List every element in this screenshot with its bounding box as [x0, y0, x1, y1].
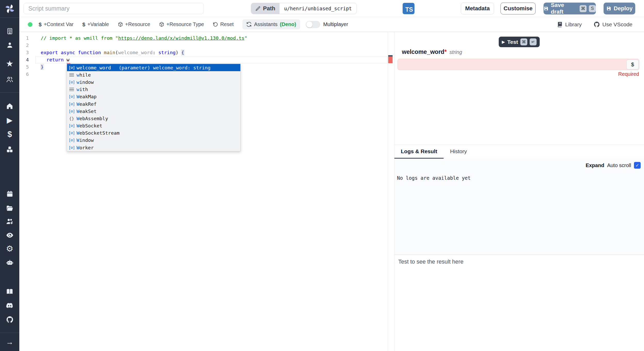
- library-button[interactable]: Library: [557, 21, 582, 28]
- sidebar-nav-home[interactable]: [0, 102, 19, 110]
- use-vscode-label: Use VScode: [602, 21, 632, 28]
- dollar-icon: $: [39, 21, 42, 28]
- symbol-variable-icon: [⊘]: [68, 80, 75, 85]
- add-resource-button[interactable]: +Resource: [118, 21, 150, 27]
- sidebar-expand[interactable]: →: [0, 338, 19, 346]
- sidebar-nav-schedules[interactable]: [0, 190, 19, 198]
- suggest-item[interactable]: [⊘]WeakMap: [67, 93, 240, 100]
- windmill-script-editor: ★ ▶ $: [0, 0, 644, 351]
- dollar-icon: $: [631, 61, 634, 68]
- argument-name: welcome_word: [402, 48, 444, 55]
- tab-logs-result[interactable]: Logs & Result: [394, 145, 444, 159]
- deploy-button[interactable]: Deploy: [604, 3, 635, 14]
- kbd-cmd: ⌘: [520, 38, 527, 45]
- sidebar-nav-groups[interactable]: [0, 217, 19, 226]
- path-button[interactable]: Path: [251, 3, 279, 14]
- code-line[interactable]: export async function main(welcome_word:…: [41, 49, 386, 56]
- add-resource-type-button[interactable]: +Resource Type: [159, 21, 204, 27]
- suggest-item[interactable]: [⊘]Worker: [67, 144, 240, 151]
- sidebar-nav-user[interactable]: [0, 41, 19, 50]
- result-tabs: Logs & Result History: [394, 145, 644, 159]
- sidebar-nav-resources[interactable]: [0, 145, 19, 154]
- sidebar-nav-github[interactable]: [0, 315, 19, 324]
- code-line[interactable]: return w: [41, 56, 386, 63]
- multiplayer-toggle[interactable]: [306, 21, 320, 28]
- sidebar-nav-workers[interactable]: [0, 258, 19, 267]
- suggest-item[interactable]: [⊘]WeakSet: [67, 108, 240, 115]
- package-icon: [118, 22, 123, 27]
- line-number: 6: [19, 71, 29, 78]
- symbol-variable-icon: [⊘]: [68, 102, 75, 107]
- symbol-keyword-icon: [68, 73, 75, 77]
- script-path-value[interactable]: u/henri/unbiased_script: [279, 3, 357, 14]
- symbol-variable-icon: [⊘]: [68, 130, 75, 135]
- use-vscode-button[interactable]: Use VScode: [594, 21, 632, 28]
- sidebar-nav-discord[interactable]: [0, 301, 19, 310]
- rotate-ccw-icon: [213, 22, 218, 27]
- code-editor[interactable]: 123456 // import * as wmill from "https:…: [19, 32, 394, 351]
- symbol-variable-icon: [⊘]: [68, 109, 75, 114]
- insert-variable-button[interactable]: $: [626, 60, 639, 69]
- customise-button[interactable]: Customise: [501, 3, 536, 14]
- add-variable-button[interactable]: $ +Variable: [82, 21, 109, 28]
- argument-input[interactable]: [397, 59, 639, 70]
- expand-button[interactable]: Expand: [586, 162, 604, 168]
- sidebar-nav-runs[interactable]: ▶: [0, 116, 19, 125]
- home-icon: [6, 102, 13, 110]
- add-context-var-button[interactable]: $ +Context Var: [39, 21, 74, 28]
- suggest-item[interactable]: [⊘]window: [67, 78, 240, 86]
- suggest-item[interactable]: [⊘]WeakRef: [67, 100, 240, 108]
- line-number: 4: [19, 56, 29, 63]
- metadata-button[interactable]: Metadata: [461, 3, 494, 14]
- play-icon: ▶: [502, 40, 505, 44]
- sidebar-nav-docs[interactable]: [0, 287, 19, 296]
- argument-header: welcome_word * string: [402, 48, 462, 55]
- autoscroll-checkbox[interactable]: ✓: [634, 162, 641, 169]
- check-icon: ✓: [635, 163, 639, 168]
- suggest-item[interactable]: with: [67, 86, 240, 93]
- tab-history[interactable]: History: [444, 145, 473, 159]
- sidebar-nav-workspace[interactable]: [0, 27, 19, 36]
- refresh-icon: [246, 22, 252, 27]
- assistants-label: Assistants: [254, 21, 277, 27]
- suggest-item[interactable]: [⊘]Window: [67, 137, 240, 144]
- suggest-item[interactable]: [⊘]WebSocketStream: [67, 129, 240, 137]
- suggest-item[interactable]: {}WebAssembly: [67, 115, 240, 122]
- autocomplete-popup: [⊘]welcome_word(parameter) welcome_word:…: [67, 64, 241, 151]
- suggest-item[interactable]: [⊘]WebSocket: [67, 122, 240, 129]
- github-icon: [6, 316, 14, 323]
- symbol-variable-icon: [⊘]: [68, 145, 75, 150]
- save-draft-button[interactable]: Save draft ⌘ S: [544, 3, 596, 14]
- reset-button[interactable]: Reset: [213, 21, 234, 27]
- symbol-variable-icon: [⊘]: [68, 94, 75, 99]
- deploy-label: Deploy: [614, 5, 632, 12]
- windmill-logo[interactable]: [0, 2, 19, 15]
- reset-label: Reset: [220, 21, 234, 27]
- left-sidebar: ★ ▶ $: [0, 0, 19, 351]
- sidebar-nav-audit-logs[interactable]: [0, 231, 19, 240]
- dollar-icon: $: [82, 21, 86, 28]
- kbd-cmd: ⌘: [580, 5, 587, 12]
- symbol-keyword-icon: [68, 88, 75, 91]
- code-line[interactable]: [41, 42, 386, 49]
- sidebar-nav-folders[interactable]: [0, 204, 19, 213]
- sidebar-nav-community[interactable]: [0, 75, 19, 84]
- test-button[interactable]: ▶ Test ⌘ ↵: [499, 37, 540, 47]
- test-panel: ▶ Test ⌘ ↵ welcome_word * string $ Requi…: [394, 32, 644, 351]
- user-icon: [6, 42, 13, 49]
- path-label: Path: [263, 5, 275, 12]
- symbol-variable-icon: [⊘]: [68, 65, 75, 70]
- boxes-icon: [6, 146, 13, 153]
- sidebar-nav-settings[interactable]: ⚙: [0, 244, 19, 253]
- code-line[interactable]: // import * as wmill from "https://deno.…: [41, 35, 386, 42]
- folder-open-icon: [6, 205, 13, 212]
- script-summary-input[interactable]: [23, 3, 204, 14]
- suggest-item[interactable]: while: [67, 71, 240, 78]
- sidebar-nav-favorites[interactable]: ★: [0, 59, 19, 68]
- assistants-button[interactable]: Assistants (Deno): [242, 19, 300, 29]
- sidebar-nav-variables[interactable]: $: [0, 130, 19, 139]
- top-bar: Path u/henri/unbiased_script TS Metadata…: [19, 0, 644, 17]
- overview-ruler-border: [388, 32, 388, 351]
- deploy-save-icon: [606, 6, 611, 11]
- suggest-item[interactable]: [⊘]welcome_word(parameter) welcome_word:…: [67, 64, 240, 71]
